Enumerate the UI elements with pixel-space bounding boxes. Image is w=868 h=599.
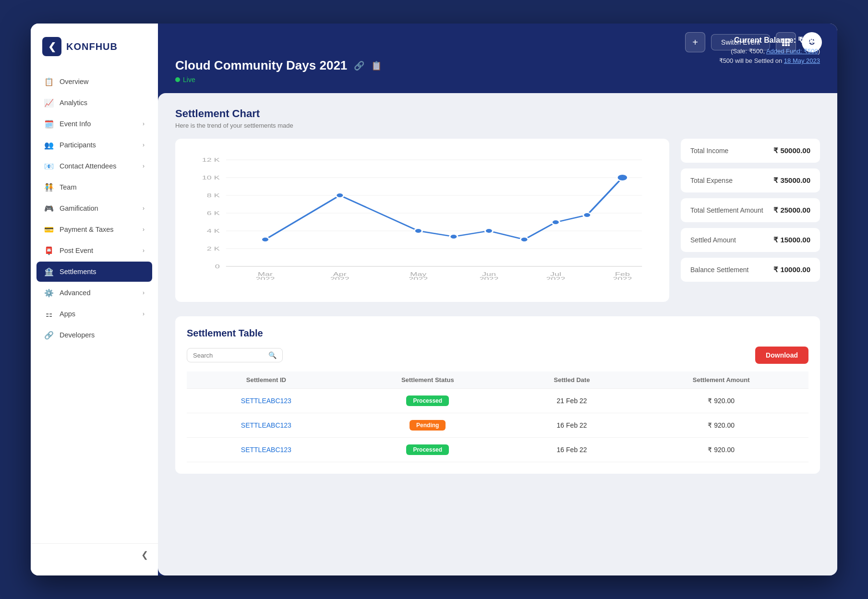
svg-text:2022: 2022 <box>330 276 350 280</box>
svg-text:2 K: 2 K <box>207 246 220 252</box>
nav-label: Overview <box>60 78 88 85</box>
chevron-icon: › <box>143 226 145 233</box>
nav-label: Advanced <box>60 289 91 297</box>
table-row: SETTLEABC123 Processed 21 Feb 22 ₹ 920.0… <box>187 389 808 413</box>
chart-container: 12 K 10 K 8 K 6 K 4 K 2 K 0 Mar 2022 Apr… <box>175 139 669 302</box>
svg-point-35 <box>261 237 269 242</box>
nav-label: Developers <box>60 331 95 339</box>
logo-icon: ❮ <box>42 37 61 56</box>
settlement-data-table: Settlement IDSettlement StatusSettled Da… <box>187 371 808 462</box>
nav-label: Settlements <box>60 268 96 276</box>
sidebar-item-event-info[interactable]: 🗓️ Event Info › <box>36 114 152 134</box>
settlement-amount-cell: ₹ 920.00 <box>634 389 808 413</box>
logo-text: KONFHUB <box>66 41 118 52</box>
balance-info: Current Balance: ₹1000 (Sale: ₹500, Adde… <box>719 34 820 66</box>
stat-value: ₹ 10000.00 <box>773 265 810 274</box>
settlement-id-link[interactable]: SETTLEABC123 <box>241 446 291 454</box>
search-icon: 🔍 <box>268 351 277 359</box>
settlement-amount-cell: ₹ 920.00 <box>634 438 808 462</box>
stats-column: Total Income ₹ 50000.00 Total Expense ₹ … <box>681 139 820 302</box>
chevron-icon: › <box>143 163 145 169</box>
stat-value: ₹ 15000.00 <box>773 236 810 244</box>
nav-icon: ⚏ <box>44 309 54 319</box>
chart-section-subtitle: Here is the trend of your settlements ma… <box>175 122 820 129</box>
event-status-text: Live <box>183 76 195 84</box>
balance-detail1: (Sale: ₹500, Added Fund: ₹500) <box>719 47 820 57</box>
svg-text:2022: 2022 <box>256 276 275 280</box>
chevron-icon: › <box>143 205 145 212</box>
table-col-header: Settlement Amount <box>634 371 808 389</box>
stat-card-1: Total Expense ₹ 35000.00 <box>681 168 820 192</box>
search-input[interactable] <box>193 352 265 359</box>
sidebar-item-post-event[interactable]: 📮 Post Event › <box>36 240 152 261</box>
sidebar-item-payment-and-taxes[interactable]: 💳 Payment & Taxes › <box>36 219 152 240</box>
collapse-button[interactable]: ❮ <box>141 550 148 560</box>
sidebar-item-participants[interactable]: 👥 Participants › <box>36 135 152 155</box>
stat-label: Total Settlement Amount <box>690 206 763 214</box>
table-col-header: Settlement Status <box>346 371 510 389</box>
settled-date-cell: 16 Feb 22 <box>510 438 634 462</box>
svg-text:6 K: 6 K <box>207 210 220 216</box>
chart-section-title: Settlement Chart <box>175 108 820 120</box>
nav-icon: 🎮 <box>44 204 54 213</box>
nav-icon: 📋 <box>44 77 54 86</box>
sidebar-item-overview[interactable]: 📋 Overview <box>36 72 152 92</box>
sidebar-item-settlements[interactable]: 🏦 Settlements <box>36 262 152 282</box>
svg-text:2022: 2022 <box>613 276 632 280</box>
table-toolbar: 🔍 Download <box>187 347 808 364</box>
table-row: SETTLEABC123 Processed 16 Feb 22 ₹ 920.0… <box>187 438 808 462</box>
copy-icon[interactable]: 📋 <box>371 60 382 71</box>
sidebar-item-developers[interactable]: 🔗 Developers <box>36 325 152 345</box>
sidebar-item-team[interactable]: 🧑‍🤝‍🧑 Team <box>36 177 152 197</box>
sidebar-item-advanced[interactable]: ⚙️ Advanced › <box>36 283 152 303</box>
svg-text:0: 0 <box>215 264 220 269</box>
settlement-id-cell: SETTLEABC123 <box>187 413 346 438</box>
settlement-id-cell: SETTLEABC123 <box>187 438 346 462</box>
table-body: SETTLEABC123 Processed 21 Feb 22 ₹ 920.0… <box>187 389 808 462</box>
svg-point-37 <box>414 228 422 233</box>
svg-text:2022: 2022 <box>479 276 498 280</box>
download-button[interactable]: Download <box>755 347 808 364</box>
nav-icon: ⚙️ <box>44 288 54 298</box>
settlement-status-cell: Processed <box>346 389 510 413</box>
sidebar-item-apps[interactable]: ⚏ Apps › <box>36 304 152 324</box>
settlement-chart-svg: 12 K 10 K 8 K 6 K 4 K 2 K 0 Mar 2022 Apr… <box>187 150 658 280</box>
svg-point-40 <box>520 237 528 242</box>
event-title: Cloud Community Days 2021 <box>175 58 347 73</box>
stat-card-3: Settled Amount ₹ 15000.00 <box>681 228 820 252</box>
nav-label: Payment & Taxes <box>60 226 114 233</box>
added-fund-link[interactable]: Added Fund: ₹500 <box>766 48 818 55</box>
settlement-date-link[interactable]: 18 May 2023 <box>784 57 820 64</box>
nav-icon: 🏦 <box>44 267 54 276</box>
nav-icon: 📮 <box>44 246 54 255</box>
sidebar-item-analytics[interactable]: 📈 Analytics <box>36 93 152 113</box>
status-badge: Processed <box>406 444 449 455</box>
table-title: Settlement Table <box>187 328 808 339</box>
settlement-id-link[interactable]: SETTLEABC123 <box>241 421 291 429</box>
table-row: SETTLEABC123 Pending 16 Feb 22 ₹ 920.00 <box>187 413 808 438</box>
svg-text:2022: 2022 <box>546 276 565 280</box>
sidebar-item-gamification[interactable]: 🎮 Gamification › <box>36 198 152 218</box>
chevron-icon: › <box>143 247 145 254</box>
stat-value: ₹ 35000.00 <box>773 176 810 185</box>
balance-main: Current Balance: ₹1000 <box>719 34 820 47</box>
chevron-icon: › <box>143 142 145 148</box>
table-header: Settlement IDSettlement StatusSettled Da… <box>187 371 808 389</box>
link-icon[interactable]: 🔗 <box>354 60 364 71</box>
stat-card-0: Total Income ₹ 50000.00 <box>681 139 820 163</box>
settlement-status-cell: Processed <box>346 438 510 462</box>
nav-label: Team <box>60 183 76 191</box>
stat-label: Total Income <box>690 147 728 155</box>
stat-value: ₹ 50000.00 <box>773 146 810 155</box>
sidebar-collapse: ❮ <box>31 543 158 566</box>
content-area: Settlement Chart Here is the trend of yo… <box>158 93 837 575</box>
svg-text:2022: 2022 <box>409 276 428 280</box>
settlement-status-cell: Pending <box>346 413 510 438</box>
search-box: 🔍 <box>187 348 283 362</box>
nav-label: Apps <box>60 310 75 318</box>
settlement-id-link[interactable]: SETTLEABC123 <box>241 397 291 405</box>
status-indicator <box>175 77 180 82</box>
stat-label: Balance Settlement <box>690 266 748 274</box>
add-button[interactable]: + <box>685 32 705 52</box>
sidebar-item-contact-attendees[interactable]: 📧 Contact Attendees › <box>36 156 152 176</box>
